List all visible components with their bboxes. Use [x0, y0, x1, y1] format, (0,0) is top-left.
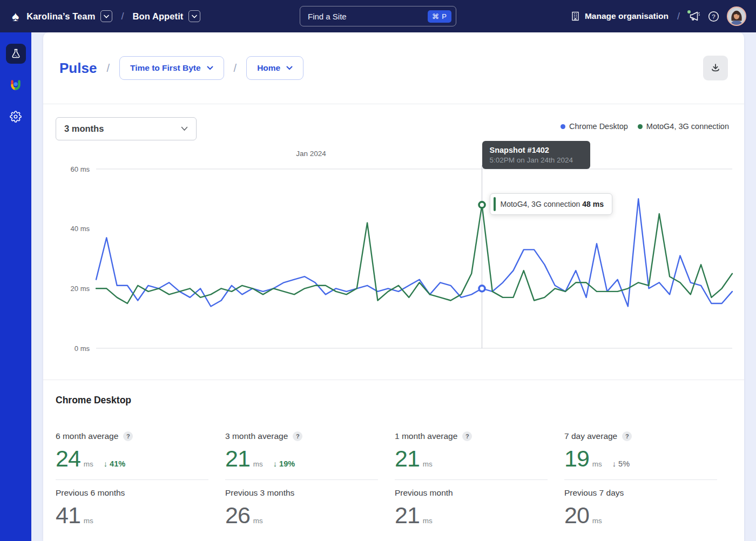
svg-text:?: ?	[712, 13, 715, 19]
top-navigation-bar: ♠ Karolina’s Team / Bon Appetit ⌘ P Mana…	[0, 0, 756, 32]
stat-label: 3 month average	[225, 431, 288, 441]
search-input[interactable]	[308, 12, 428, 21]
team-name[interactable]: Karolina’s Team	[26, 11, 95, 22]
svg-text:0 ms: 0 ms	[75, 344, 90, 353]
stat-unit: ms	[592, 460, 602, 468]
chevron-down-icon	[181, 126, 188, 131]
avatar-photo	[728, 8, 745, 25]
download-icon	[710, 62, 721, 74]
help-badge[interactable]: ?	[622, 431, 632, 441]
stat-column-6-month: 6 month average ? 24 ms ↓ 41% Previous 6…	[56, 431, 208, 529]
previous-value: 21	[395, 502, 420, 529]
stat-change: ↓ 5%	[612, 459, 630, 468]
building-icon	[571, 11, 580, 21]
chevron-down-icon	[207, 66, 213, 70]
svg-text:40 ms: 40 ms	[71, 225, 90, 233]
sidebar-item-settings[interactable]	[6, 106, 26, 126]
chevron-down-icon	[192, 15, 197, 18]
stat-change: ↓ 19%	[273, 459, 295, 468]
svg-text:20 ms: 20 ms	[71, 285, 90, 293]
stat-column-7-day: 7 day average ? 19 ms ↓ 5% Previous 7 da…	[564, 431, 717, 529]
chevron-down-icon	[104, 15, 109, 18]
sidebar-item-pulse[interactable]	[6, 44, 26, 64]
site-name[interactable]: Bon Appetit	[132, 11, 183, 22]
previous-value: 26	[225, 502, 250, 529]
divider	[564, 479, 717, 480]
stat-label: 6 month average	[56, 431, 118, 441]
browser-icon	[9, 78, 23, 92]
stats-section: Chrome Desktop 6 month average ? 24 ms ↓…	[43, 380, 744, 529]
divider	[395, 479, 548, 480]
previous-label: Previous 7 days	[564, 488, 717, 498]
site-switcher-button[interactable]	[188, 10, 200, 22]
svg-text:Jan 2024: Jan 2024	[296, 150, 326, 158]
previous-unit: ms	[592, 517, 602, 525]
left-sidebar	[0, 32, 31, 541]
previous-unit: ms	[84, 517, 93, 525]
previous-unit: ms	[253, 517, 263, 525]
stat-change: ↓ 41%	[104, 459, 125, 468]
previous-label: Previous month	[395, 488, 548, 498]
help-badge[interactable]: ?	[293, 431, 302, 441]
help-badge[interactable]: ?	[462, 431, 472, 441]
legend-dot-green	[638, 124, 643, 129]
previous-label: Previous 6 months	[56, 488, 208, 498]
stat-column-3-month: 3 month average ? 21 ms ↓ 19% Previous 3…	[225, 431, 378, 529]
notification-dot	[687, 10, 691, 13]
metric-dropdown[interactable]: Time to First Byte	[119, 56, 224, 80]
previous-unit: ms	[423, 517, 433, 525]
stat-value: 19	[564, 445, 589, 472]
pulse-line-chart[interactable]: 0 ms20 ms40 ms60 msJan 2024	[43, 104, 744, 380]
stat-value: 24	[56, 445, 80, 472]
announcements-button[interactable]	[688, 11, 700, 22]
page-title: Pulse	[59, 60, 97, 77]
page-dropdown[interactable]: Home	[246, 56, 303, 80]
svg-text:60 ms: 60 ms	[71, 165, 90, 173]
chart-legend: Chrome Desktop MotoG4, 3G connection	[561, 122, 729, 131]
stat-unit: ms	[253, 460, 263, 468]
chart-section: 0 ms20 ms40 ms60 msJan 2024 3 months Chr…	[43, 104, 744, 380]
legend-item-motog4[interactable]: MotoG4, 3G connection	[638, 122, 729, 131]
manage-organisation-button[interactable]: Manage organisation	[571, 11, 669, 21]
previous-value: 41	[56, 502, 80, 529]
site-search[interactable]: ⌘ P	[300, 6, 456, 26]
stat-column-1-month: 1 month average ? 21 ms Previous month 2…	[395, 431, 548, 529]
flask-icon	[10, 48, 22, 59]
divider	[225, 479, 378, 480]
stat-value: 21	[225, 445, 250, 472]
stat-label: 1 month average	[395, 431, 457, 441]
legend-dot-blue	[561, 124, 565, 129]
previous-label: Previous 3 months	[225, 488, 378, 498]
download-button[interactable]	[703, 56, 728, 80]
stat-unit: ms	[423, 460, 433, 468]
page-header: Pulse / Time to First Byte / Home	[43, 32, 744, 104]
help-badge[interactable]: ?	[123, 431, 133, 441]
help-icon: ?	[708, 11, 719, 22]
main-card: Pulse / Time to First Byte / Home	[43, 32, 744, 541]
stat-value: 21	[395, 445, 420, 472]
chevron-down-icon	[286, 66, 293, 70]
help-button[interactable]: ?	[708, 11, 719, 22]
stat-unit: ms	[84, 460, 93, 468]
previous-value: 20	[564, 502, 589, 529]
breadcrumb-separator: /	[121, 11, 124, 22]
separator: /	[677, 11, 680, 22]
divider	[56, 479, 208, 480]
legend-item-chrome-desktop[interactable]: Chrome Desktop	[561, 122, 628, 131]
team-switcher-button[interactable]	[100, 10, 112, 22]
sidebar-item-browser[interactable]	[6, 75, 26, 95]
spade-logo-icon: ♠	[12, 10, 19, 23]
stat-label: 7 day average	[564, 431, 617, 441]
gear-icon	[10, 111, 22, 123]
date-range-select[interactable]: 3 months	[56, 117, 197, 140]
keyboard-shortcut-badge: ⌘ P	[428, 10, 451, 23]
header-separator: /	[234, 62, 237, 75]
stats-heading: Chrome Desktop	[56, 395, 731, 406]
user-avatar[interactable]	[727, 6, 746, 26]
header-separator: /	[106, 62, 110, 75]
